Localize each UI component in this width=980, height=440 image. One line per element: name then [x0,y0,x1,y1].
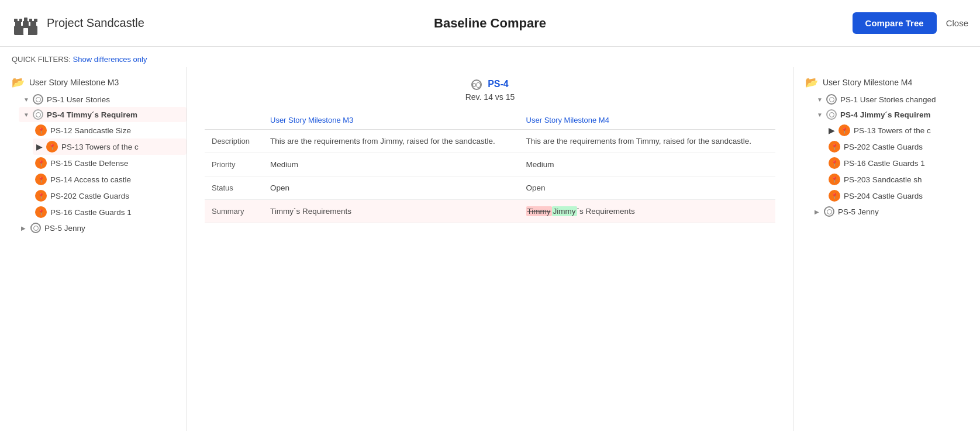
svg-rect-4 [14,19,18,22]
ps4-story-icon-right [826,109,837,120]
right-ps1-item[interactable]: ▼ PS-1 User Stories changed [815,92,980,107]
left-ps15-item[interactable]: 📍 PS-15 Castle Defense [33,155,187,171]
table-row-priority: Priority Medium Medium [205,153,775,176]
project-name: Project Sandcastle [47,16,144,30]
left-milestone-folder: 📂 User Story Milestone M3 [9,73,187,92]
close-button[interactable]: Close [946,18,968,28]
col-left-header: User Story Milestone M3 [263,111,519,130]
priority-right-value: Medium [519,153,775,176]
summary-right-value: TimmyJimmy´s Requirements [519,200,775,223]
ps202-req-icon-right: 📍 [829,141,840,153]
folder-icon-left: 📂 [12,76,25,89]
compare-tree-button[interactable]: Compare Tree [853,12,937,34]
header-actions: Compare Tree Close [793,12,968,34]
header: Project Sandcastle Baseline Compare Comp… [0,0,980,47]
ps12-req-icon: 📍 [35,124,47,136]
ps4-label-left: PS-4 Timmy´s Requirem [47,110,137,119]
ps15-req-icon: 📍 [35,157,47,169]
castle-icon [12,9,40,37]
diff-added-text: Jimmy [552,206,577,216]
ps202-label: PS-202 Castle Guards [50,192,129,200]
ps204-label-right: PS-204 Castle Guards [844,192,923,200]
diff-removed-text: Timmy [526,206,552,216]
svg-rect-7 [29,19,32,22]
ps13-label: PS-13 Towers of the c [61,143,139,151]
ps5-label-right: PS-5 Jenny [838,207,879,216]
header-logo: Project Sandcastle [12,9,187,37]
right-ps13-item[interactable]: ▶ 📍 PS-13 Towers of the c [826,122,980,138]
right-ps16-item[interactable]: 📍 PS-16 Castle Guards 1 [826,155,980,171]
svg-rect-8 [34,19,37,22]
desc-left-value: This are the requirements from Jimmy, ra… [263,130,519,153]
ps4-link[interactable]: PS-4 [488,79,509,89]
ps5-chevron-left: ▶ [21,225,27,231]
table-row-description: Description This are the requirements fr… [205,130,775,153]
left-tree-panel: 📂 User Story Milestone M3 ▼ PS-1 User St… [0,67,187,431]
ps203-req-icon-right: 📍 [829,174,840,185]
ps204-req-icon-right: 📍 [829,190,840,202]
left-milestone-label: User Story Milestone M3 [29,78,119,87]
priority-left-value: Medium [263,153,519,176]
field-summary: Summary [205,200,263,223]
ps5-label-left: PS-5 Jenny [44,224,85,233]
ps202-label-right: PS-202 Castle Guards [844,143,923,151]
compare-panel: PS-4 Rev. 14 vs 15 User Story Milestone … [187,67,793,431]
ps15-label: PS-15 Castle Defense [50,159,129,168]
ps12-label: PS-12 Sandcastle Size [50,126,131,135]
right-ps5-item[interactable]: ▶ PS-5 Jenny [812,204,980,219]
ps13-req-icon-right: 📍 [838,124,850,136]
table-row-summary: Summary Timmy´s Requirements TimmyJimmy´… [205,200,775,223]
right-ps202-item[interactable]: 📍 PS-202 Castle Guards [826,138,980,155]
main-layout: 📂 User Story Milestone M3 ▼ PS-1 User St… [0,67,980,431]
right-ps203-item[interactable]: 📍 PS-203 Sandcastle sh [826,171,980,188]
compare-header: PS-4 Rev. 14 vs 15 [205,73,775,111]
ps16-label-right: PS-16 Castle Guards 1 [844,159,925,168]
ps1-label-right: PS-1 User Stories changed [840,95,936,104]
ps4-center-icon [471,79,482,90]
show-differences-link[interactable]: Show differences only [73,55,147,64]
ps1-label-left: PS-1 User Stories [47,95,110,104]
right-milestone-label: User Story Milestone M4 [823,78,912,87]
ps13-req-icon: 📍 [46,141,58,153]
diff-unchanged-text: ´s Requirements [577,207,635,216]
field-status: Status [205,176,263,200]
col-field-header [205,111,263,130]
compare-table: User Story Milestone M3 User Story Miles… [205,111,775,223]
quick-filters-bar: QUICK FILTERS: Show differences only [0,47,980,67]
ps4-story-icon-left [33,109,43,120]
ps4-label-right: PS-4 Jimmy´s Requirem [840,110,931,119]
left-ps16-item[interactable]: 📍 PS-16 Castle Guards 1 [33,204,187,220]
quick-filters-label: QUICK FILTERS: [12,55,71,64]
left-ps5-item[interactable]: ▶ PS-5 Jenny [19,220,187,235]
col-right-header: User Story Milestone M4 [519,111,775,130]
right-ps204-item[interactable]: 📍 PS-204 Castle Guards [826,188,980,204]
right-milestone-folder: 📂 User Story Milestone M4 [803,73,980,92]
ps4-chevron-left: ▼ [23,112,29,118]
left-ps202-item[interactable]: 📍 PS-202 Castle Guards [33,188,187,204]
ps1-story-icon-right [826,94,837,105]
left-ps13-item[interactable]: ▶ 📍 PS-13 Towers of the c [33,138,187,155]
ps1-chevron-right: ▼ [817,96,823,103]
field-priority: Priority [205,153,263,176]
left-ps12-item[interactable]: 📍 PS-12 Sandcastle Size [33,122,187,138]
ps13-chevron: ▶ [36,142,43,151]
left-ps4-item[interactable]: ▼ PS-4 Timmy´s Requirem [19,107,187,122]
right-ps4-item[interactable]: ▼ PS-4 Jimmy´s Requirem [815,107,980,122]
svg-rect-9 [23,28,28,35]
page-title: Baseline Compare [187,16,793,31]
ps16-req-icon-right: 📍 [829,157,840,169]
ps16-label: PS-16 Castle Guards 1 [50,208,132,217]
ps13-label-right: PS-13 Towers of the c [854,126,931,135]
summary-left-value: Timmy´s Requirements [263,200,519,223]
ps202-req-icon: 📍 [35,190,47,202]
left-ps14-item[interactable]: 📍 PS-14 Access to castle [33,171,187,188]
ps16-req-icon: 📍 [35,206,47,218]
field-description: Description [205,130,263,153]
svg-rect-6 [24,18,27,22]
status-right-value: Open [519,176,775,200]
status-left-value: Open [263,176,519,200]
left-ps1-item[interactable]: ▼ PS-1 User Stories [21,92,187,107]
right-tree-panel: 📂 User Story Milestone M4 ▼ PS-1 User St… [793,67,980,431]
ps1-story-icon-left [33,94,43,105]
ps14-label: PS-14 Access to castle [50,175,131,184]
